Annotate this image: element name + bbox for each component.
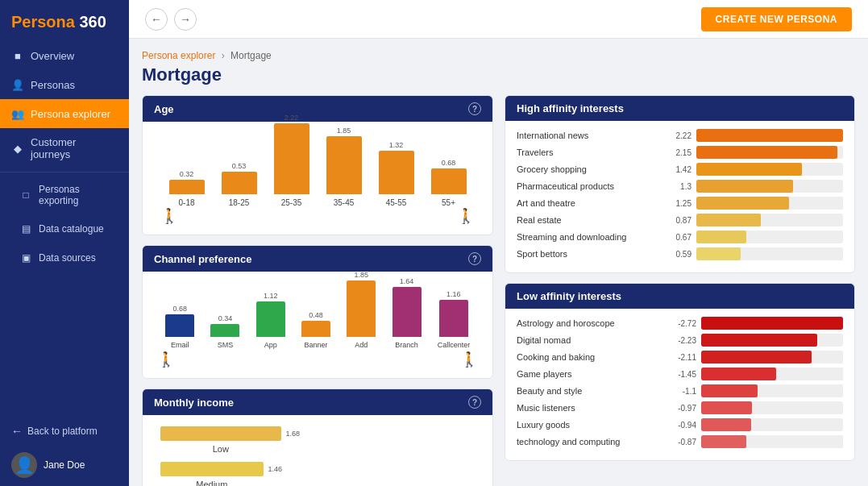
affinity-bar-track: [696, 247, 843, 260]
channel-high-icon: 🚶: [460, 351, 478, 368]
age-bar-col: 1.85 35-45: [326, 127, 362, 207]
income-info-icon[interactable]: ?: [468, 396, 481, 409]
sidebar-item-personas-exporting[interactable]: □ Personas exporting: [0, 176, 129, 214]
age-bar-value: 1.32: [389, 141, 404, 149]
low-affinity-card: Low affinity interests Astrology and hor…: [505, 283, 855, 461]
channel-bar-value: 0.34: [218, 314, 233, 322]
channel-bar-icons: 🚶 🚶: [154, 351, 481, 368]
low-affinity-header: Low affinity interests: [505, 284, 854, 309]
affinity-item-name: Travelers: [517, 147, 658, 157]
breadcrumb: Persona explorer › Mortgage: [142, 50, 855, 61]
breadcrumb-parent[interactable]: Persona explorer: [142, 50, 215, 61]
page-title: Mortgage: [142, 64, 855, 85]
affinity-item-name: Art and theatre: [517, 198, 658, 208]
income-bar-label: Low: [213, 444, 229, 454]
channel-bar-col: 1.64 Branch: [392, 277, 422, 349]
low-affinity-bar-fill: [701, 317, 843, 330]
high-affinity-row: Real estate 0.87: [517, 214, 843, 226]
low-affinity-item-value: -2.23: [662, 336, 696, 345]
low-affinity-bar-track: [701, 368, 843, 380]
age-bar-label: 0-18: [178, 198, 194, 207]
affinity-bar-fill: [696, 214, 761, 226]
high-affinity-row: Streaming and downloading 0.67: [517, 231, 843, 243]
income-card-header: Monthly income ?: [143, 389, 492, 415]
low-affinity-bar-fill: [701, 401, 752, 414]
back-to-platform[interactable]: ← Back to platform: [0, 418, 129, 444]
breadcrumb-separator: ›: [222, 50, 225, 61]
app-logo: Persona 360: [0, 0, 129, 41]
nav-arrows: ← →: [145, 8, 197, 31]
back-arrow-icon: ←: [11, 425, 23, 438]
user-row: 👤 Jane Doe: [0, 444, 129, 486]
age-bar-col: 2.22 25-35: [274, 114, 309, 207]
low-affinity-item-value: -1.1: [662, 387, 696, 396]
back-arrow-button[interactable]: ←: [145, 8, 168, 31]
age-bar-label: 25-35: [281, 198, 302, 207]
affinity-item-name: International news: [517, 131, 658, 140]
high-affinity-row: International news 2.22: [517, 129, 843, 142]
income-card-body: 1.68 Low 1.46 Medium 0.46 High $ $: [143, 415, 492, 486]
affinity-item-value: 0.67: [662, 233, 691, 242]
income-card-title: Monthly income: [154, 397, 234, 409]
affinity-item-value: 0.59: [662, 250, 691, 259]
channel-bar-col: 1.85 Add: [347, 271, 376, 349]
channel-info-icon[interactable]: ?: [468, 252, 481, 265]
sidebar-item-customer-journeys[interactable]: ◆ Customer journeys: [0, 128, 129, 168]
channel-bar-value: 1.85: [355, 271, 369, 279]
content-area: Persona explorer › Mortgage Mortgage Age…: [129, 39, 868, 486]
low-affinity-row: Beauty and style -1.1: [517, 384, 843, 397]
channel-bar: [347, 280, 376, 337]
low-affinity-bar-track: [701, 334, 843, 347]
people-icon: 👤: [11, 78, 24, 91]
age-info-icon[interactable]: ?: [468, 102, 481, 115]
channel-bar-label: Branch: [395, 341, 418, 349]
low-affinity-bar-fill: [701, 418, 751, 431]
channel-bar-label: Add: [355, 341, 368, 349]
channel-bar-value: 0.68: [172, 305, 187, 313]
channel-bar: [301, 321, 330, 337]
age-bar: [431, 168, 467, 194]
low-affinity-item-value: -1.45: [662, 370, 696, 379]
affinity-bar-fill: [696, 180, 793, 193]
avatar: 👤: [11, 452, 37, 478]
affinity-item-value: 2.15: [662, 148, 691, 157]
channel-bar: [256, 301, 285, 337]
low-affinity-bar-track: [701, 317, 843, 330]
income-bar-value: 1.68: [286, 430, 301, 438]
sidebar-item-personas[interactable]: 👤 Personas: [0, 70, 129, 99]
age-high-icon: 🚶: [457, 207, 475, 225]
sidebar-item-persona-explorer[interactable]: 👥 Persona explorer: [0, 99, 129, 128]
low-affinity-row: Luxury goods -0.94: [517, 418, 843, 431]
low-affinity-row: technology and computing -0.87: [517, 435, 843, 448]
sidebar-item-overview[interactable]: ■ Overview: [0, 41, 129, 70]
low-affinity-bar-track: [701, 384, 843, 397]
affinity-item-value: 0.87: [662, 216, 691, 225]
channel-bar: [210, 324, 239, 337]
channel-bar-col: 0.68 Email: [165, 305, 194, 349]
age-bar: [222, 172, 257, 194]
age-bar: [326, 136, 362, 194]
high-affinity-row: Sport bettors 0.59: [517, 247, 843, 260]
affinity-item-value: 1.3: [662, 182, 691, 191]
forward-arrow-button[interactable]: →: [174, 8, 197, 31]
affinity-item-name: Real estate: [517, 215, 658, 225]
low-affinity-bar-fill: [701, 435, 746, 448]
channel-card-header: Channel preference ?: [143, 246, 492, 272]
income-bar-value: 1.46: [268, 465, 283, 473]
affinity-item-name: Pharmaceutical products: [517, 181, 658, 191]
sidebar-divider: [0, 172, 129, 172]
sidebar: Persona 360 ■ Overview 👤 Personas 👥 Pers…: [0, 0, 129, 486]
channel-bar-value: 0.48: [309, 311, 323, 319]
grid-icon: ■: [11, 49, 24, 62]
sources-icon: ▣: [19, 251, 32, 264]
affinity-item-value: 2.22: [662, 131, 691, 140]
sidebar-item-data-catalogue[interactable]: ▤ Data catalogue: [0, 214, 129, 243]
low-affinity-item-name: Game players: [517, 369, 658, 379]
breadcrumb-current: Mortgage: [230, 50, 272, 61]
low-affinity-row: Game players -1.45: [517, 368, 843, 380]
low-affinity-item-name: Astrology and horoscope: [517, 318, 658, 328]
sidebar-item-data-sources[interactable]: ▣ Data sources: [0, 243, 129, 272]
right-column: High affinity interests International ne…: [505, 95, 855, 486]
age-bar-value: 0.53: [232, 162, 247, 170]
create-new-persona-button[interactable]: CREATE NEW PERSONA: [701, 7, 852, 31]
